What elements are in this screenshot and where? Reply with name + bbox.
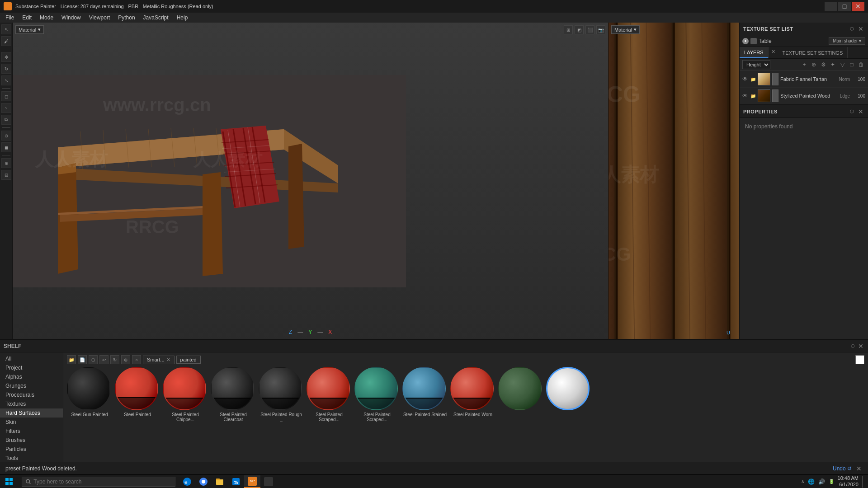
battery-icon[interactable]: 🔋 <box>829 479 834 484</box>
layer-2-visibility[interactable]: 👁 <box>742 93 749 99</box>
shelf-item-steel-painted-stained[interactable]: Steel Painted Stained <box>402 367 448 422</box>
tool-pick[interactable]: ⊙ <box>1 131 11 141</box>
add-layer-button[interactable]: + <box>800 61 808 69</box>
shelf-category-textures[interactable]: Textures <box>0 399 63 408</box>
notification-close-button[interactable]: ✕ <box>855 465 863 472</box>
network-icon[interactable]: 🌐 <box>808 479 815 485</box>
tab-layers[interactable]: LAYERS <box>740 47 769 58</box>
tool-smudge[interactable]: ~ <box>1 103 11 113</box>
properties-close-button[interactable]: ✕ <box>857 108 864 115</box>
viewport-icon-2[interactable]: ◩ <box>575 25 584 34</box>
menu-mode[interactable]: Mode <box>36 14 57 22</box>
tool-rotate[interactable]: ↻ <box>1 64 11 74</box>
taskbar-app-substance[interactable]: SP <box>244 475 260 488</box>
layer-delete-button[interactable]: 🗑 <box>857 61 865 69</box>
tool-paint[interactable]: 🖌 <box>1 36 11 46</box>
shelf-item-steel-painted[interactable]: Steel Painted <box>115 367 160 422</box>
shelf-filter-btn-2[interactable]: 📄 <box>78 355 87 364</box>
tool-scale[interactable]: ⤡ <box>1 75 11 85</box>
taskbar-app-store[interactable]: 🛍 <box>228 475 244 488</box>
shelf-item-steel-painted-worn[interactable]: Steel Painted Worn <box>450 367 495 422</box>
shelf-filter-btn-5[interactable]: ↻ <box>110 355 119 364</box>
shelf-category-particles[interactable]: Particles <box>0 445 63 454</box>
shelf-item-extra-0[interactable] <box>498 367 543 422</box>
taskbar-app-files[interactable] <box>212 475 228 488</box>
texture-set-pop-button[interactable]: ⬡ <box>848 25 855 33</box>
maximize-button[interactable]: □ <box>838 2 851 11</box>
start-button[interactable] <box>0 475 18 488</box>
viewport-3d[interactable]: Material ▾ ⊞ ◩ ⬛ 📷 <box>13 23 608 340</box>
shelf-tag-smart-remove[interactable]: ✕ <box>166 357 170 363</box>
material-dropdown-left[interactable]: Material ▾ <box>15 25 44 34</box>
shelf-category-alphas[interactable]: Alphas <box>0 372 63 381</box>
layer-effects-button[interactable]: ✦ <box>829 61 837 69</box>
shelf-category-hard-surfaces[interactable]: Hard Surfaces <box>0 408 63 418</box>
layers-channel-dropdown[interactable]: Height <box>742 60 770 69</box>
show-desktop-button[interactable] <box>862 476 864 488</box>
tool-extra-1[interactable]: ⊕ <box>1 158 11 168</box>
viewport-icon-3[interactable]: ⬛ <box>585 25 594 34</box>
viewport-icon-4[interactable]: 📷 <box>596 25 605 34</box>
close-layers-tab[interactable]: ✕ <box>769 47 778 58</box>
menu-edit[interactable]: Edit <box>19 14 35 22</box>
taskbar-app-edge[interactable]: e <box>179 475 195 488</box>
layer-1-visibility[interactable]: 👁 <box>742 76 749 82</box>
shelf-item-extra-1[interactable] <box>546 367 591 422</box>
layer-group-button[interactable]: □ <box>848 61 856 69</box>
shelf-item-steel-painted-rough[interactable]: Steel Painted Rough _ <box>259 367 304 422</box>
tool-select[interactable]: ↖ <box>1 24 11 34</box>
shelf-category-grunges[interactable]: Grunges <box>0 381 63 390</box>
material-dropdown-right[interactable]: Material ▾ <box>611 25 640 34</box>
taskbar-chevron-icon[interactable]: ∧ <box>801 479 804 484</box>
tool-fill[interactable]: ◼ <box>1 142 11 152</box>
layer-settings-button[interactable]: ⚙ <box>819 61 827 69</box>
shelf-item-steel-gun-painted[interactable]: Steel Gun Painted <box>67 367 112 422</box>
shelf-category-procedurals[interactable]: Procedurals <box>0 390 63 399</box>
taskbar-clock[interactable]: 10:48 AM 6/1/2020 <box>838 475 859 487</box>
tool-extra-2[interactable]: ⊟ <box>1 170 11 180</box>
layer-filter-button[interactable]: ▽ <box>838 61 846 69</box>
shelf-category-project[interactable]: Project <box>0 363 63 372</box>
taskbar-search-box[interactable] <box>22 477 175 487</box>
tool-clone[interactable]: ⧉ <box>1 115 11 125</box>
menu-javascript[interactable]: JavaScript <box>140 14 172 22</box>
shelf-category-filters[interactable]: Filters <box>0 427 63 436</box>
undo-link[interactable]: Undo ↺ <box>833 465 852 472</box>
viewport-icon-1[interactable]: ⊞ <box>564 25 573 34</box>
close-button[interactable]: ✕ <box>852 2 864 11</box>
menu-python[interactable]: Python <box>114 14 138 22</box>
shelf-close-button[interactable]: ✕ <box>857 343 864 350</box>
shelf-color-swatch[interactable] <box>855 355 864 364</box>
shelf-category-skin[interactable]: Skin <box>0 418 63 427</box>
shelf-filter-btn-6[interactable]: ⊕ <box>121 355 130 364</box>
volume-icon[interactable]: 🔊 <box>818 479 825 485</box>
menu-help[interactable]: Help <box>173 14 192 22</box>
menu-viewport[interactable]: Viewport <box>85 14 113 22</box>
shelf-filter-btn-7[interactable]: ○ <box>132 355 141 364</box>
shelf-item-steel-painted-scraped-2[interactable]: Steel Painted Scraped... <box>354 367 400 422</box>
tab-texture-set-settings[interactable]: TEXTURE SET SETTINGS <box>778 47 848 58</box>
taskbar-app-extra[interactable] <box>260 475 277 488</box>
shelf-filter-btn-4[interactable]: ↩ <box>99 355 108 364</box>
shelf-item-steel-painted-clearcoat[interactable]: Steel Painted Clearcoat <box>211 367 256 422</box>
shelf-category-all[interactable]: All <box>0 354 63 363</box>
menu-window[interactable]: Window <box>58 14 85 22</box>
shelf-filter-btn-1[interactable]: 📁 <box>67 355 76 364</box>
shelf-pop-button[interactable]: ⬡ <box>849 343 856 350</box>
add-mask-button[interactable]: ⊕ <box>810 61 818 69</box>
shelf-item-1-label: Steel Painted <box>115 412 160 417</box>
shelf-category-tools[interactable]: Tools <box>0 454 63 463</box>
taskbar-search-input[interactable] <box>33 479 171 485</box>
taskbar-app-chrome[interactable] <box>195 475 212 488</box>
texture-set-close-button[interactable]: ✕ <box>857 25 864 33</box>
tool-move[interactable]: ✥ <box>1 52 11 62</box>
main-shader-dropdown[interactable]: Main shader ▾ <box>829 37 865 45</box>
properties-pop-button[interactable]: ⬡ <box>848 108 855 115</box>
minimize-button[interactable]: — <box>825 2 837 11</box>
shelf-item-steel-painted-scraped-1[interactable]: Steel Painted Scraped... <box>307 367 352 422</box>
tool-eraser[interactable]: ◻ <box>1 91 11 101</box>
menu-file[interactable]: File <box>2 14 18 22</box>
shelf-filter-btn-3[interactable]: ⬡ <box>89 355 98 364</box>
shelf-category-brushes[interactable]: Brushes <box>0 436 63 445</box>
shelf-item-steel-painted-chipped[interactable]: Steel Painted Chippe... <box>163 367 208 422</box>
